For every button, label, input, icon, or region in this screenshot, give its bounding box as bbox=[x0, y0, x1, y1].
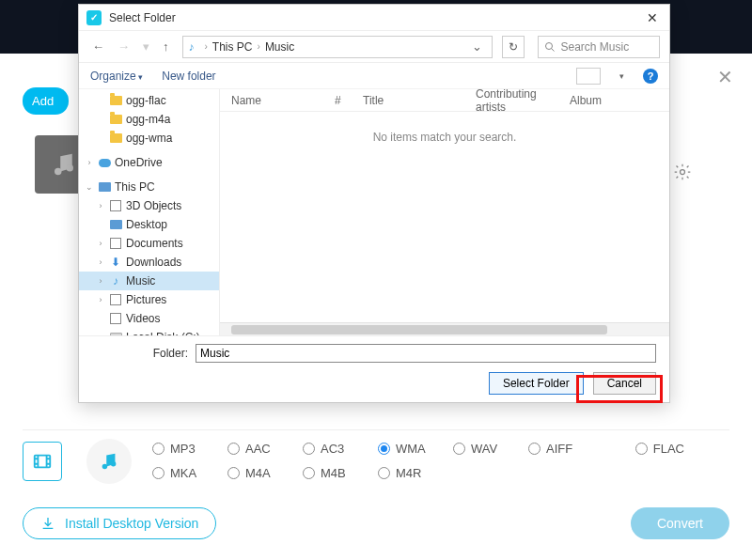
convert-button[interactable]: Convert bbox=[631, 507, 729, 539]
col-title[interactable]: Title bbox=[363, 94, 476, 107]
svg-rect-4 bbox=[35, 455, 51, 467]
col-name[interactable]: Name bbox=[231, 94, 335, 107]
tree-pictures[interactable]: ›Pictures bbox=[79, 290, 219, 309]
dialog-toolbar: Organize New folder ▾ ? bbox=[79, 63, 669, 89]
video-output-icon[interactable] bbox=[23, 442, 62, 481]
new-folder-button[interactable]: New folder bbox=[162, 70, 215, 83]
breadcrumb[interactable]: ♪ › This PC › Music ⌄ bbox=[182, 36, 493, 58]
tree-documents[interactable]: ›Documents bbox=[79, 234, 219, 253]
view-options-icon[interactable] bbox=[576, 68, 601, 85]
list-header[interactable]: Name # Title Contributing artists Album bbox=[220, 89, 669, 112]
tree-localdisk[interactable]: ›Local Disk (C:) bbox=[79, 328, 219, 335]
folder-label: Folder: bbox=[92, 347, 196, 360]
dialog-navbar: ← → ▾ ↑ ♪ › This PC › Music ⌄ ↻ Search M… bbox=[79, 31, 669, 63]
select-folder-dialog: ✓ Select Folder ✕ ← → ▾ ↑ ♪ › This PC › … bbox=[78, 4, 670, 403]
music-icon: ♪ bbox=[189, 40, 195, 54]
empty-message: No items match your search. bbox=[220, 131, 669, 144]
search-input[interactable]: Search Music bbox=[538, 36, 661, 58]
format-wma[interactable]: WMA bbox=[378, 442, 453, 456]
select-folder-button[interactable]: Select Folder bbox=[489, 372, 584, 395]
svg-point-0 bbox=[55, 168, 62, 176]
format-m4b[interactable]: M4B bbox=[303, 466, 378, 480]
search-icon bbox=[544, 41, 556, 53]
format-options: MP3 AAC AC3 WMA WAV AIFF MKA M4A M4B M4R bbox=[152, 437, 603, 486]
format-mka[interactable]: MKA bbox=[152, 466, 227, 480]
download-icon bbox=[40, 516, 55, 531]
forward-icon: → bbox=[114, 38, 133, 55]
tree-ogg-flac[interactable]: ogg-flac bbox=[79, 91, 219, 110]
horizontal-scrollbar[interactable] bbox=[220, 322, 669, 335]
tree-onedrive[interactable]: ›OneDrive bbox=[79, 153, 219, 172]
col-num[interactable]: # bbox=[335, 94, 363, 107]
search-placeholder: Search Music bbox=[561, 40, 630, 54]
tree-desktop[interactable]: Desktop bbox=[79, 215, 219, 234]
cancel-button[interactable]: Cancel bbox=[593, 372, 656, 395]
svg-point-2 bbox=[681, 170, 685, 175]
close-icon[interactable]: ✕ bbox=[643, 10, 662, 25]
output-format-panel: MP3 AAC AC3 WMA WAV AIFF MKA M4A M4B M4R… bbox=[23, 429, 729, 486]
gear-icon[interactable] bbox=[673, 163, 692, 181]
crumb-dropdown-icon[interactable]: ⌄ bbox=[468, 38, 486, 55]
format-aiff[interactable]: AIFF bbox=[528, 442, 603, 456]
tree-thispc[interactable]: ⌄This PC bbox=[79, 178, 219, 196]
install-desktop-button[interactable]: Install Desktop Version bbox=[23, 507, 216, 539]
col-contrib[interactable]: Contributing artists bbox=[476, 87, 570, 114]
svg-point-1 bbox=[67, 164, 74, 172]
svg-point-6 bbox=[111, 461, 117, 467]
organize-menu[interactable]: Organize bbox=[90, 70, 143, 83]
up-icon[interactable]: ↑ bbox=[159, 38, 173, 55]
audio-output-icon[interactable] bbox=[86, 439, 132, 484]
format-flac[interactable]: FLAC bbox=[635, 442, 684, 456]
recent-dropdown-icon[interactable]: ▾ bbox=[139, 38, 153, 55]
tree-ogg-wma[interactable]: ogg-wma bbox=[79, 129, 219, 148]
tree-ogg-m4a[interactable]: ogg-m4a bbox=[79, 110, 219, 129]
tree-3dobjects[interactable]: ›3D Objects bbox=[79, 196, 219, 215]
help-icon[interactable]: ? bbox=[643, 69, 658, 84]
folder-input[interactable] bbox=[196, 344, 656, 363]
view-dropdown-icon[interactable]: ▾ bbox=[619, 71, 624, 81]
file-list: Name # Title Contributing artists Album … bbox=[220, 89, 669, 335]
bottom-bar: Install Desktop Version Convert bbox=[23, 507, 729, 539]
crumb-music[interactable]: Music bbox=[265, 40, 294, 54]
crumb-thispc[interactable]: This PC bbox=[212, 40, 253, 54]
col-album[interactable]: Album bbox=[570, 94, 620, 107]
backdrop-close-icon[interactable]: ✕ bbox=[717, 66, 733, 88]
format-aac[interactable]: AAC bbox=[227, 442, 303, 456]
back-icon[interactable]: ← bbox=[88, 38, 108, 55]
svg-point-5 bbox=[102, 463, 108, 469]
tree-videos[interactable]: Videos bbox=[79, 309, 219, 328]
tree-downloads[interactable]: ›⬇Downloads bbox=[79, 253, 219, 272]
format-m4r[interactable]: M4R bbox=[378, 466, 453, 480]
format-mp3[interactable]: MP3 bbox=[152, 442, 227, 456]
dialog-title: Select Folder bbox=[109, 11, 643, 24]
svg-point-3 bbox=[545, 42, 552, 49]
format-ac3[interactable]: AC3 bbox=[303, 442, 378, 456]
refresh-icon[interactable]: ↻ bbox=[502, 36, 525, 58]
note-icon bbox=[50, 150, 78, 179]
add-button[interactable]: Add bbox=[23, 87, 69, 115]
tree-music[interactable]: ›♪Music bbox=[79, 272, 219, 290]
format-wav[interactable]: WAV bbox=[453, 442, 528, 456]
dialog-titlebar: ✓ Select Folder ✕ bbox=[79, 5, 669, 31]
folder-tree[interactable]: ogg-flac ogg-m4a ogg-wma ›OneDrive ⌄This… bbox=[79, 89, 220, 335]
dialog-footer: Folder: Select Folder Cancel bbox=[79, 335, 669, 402]
format-m4a[interactable]: M4A bbox=[227, 466, 303, 480]
app-icon: ✓ bbox=[86, 10, 102, 25]
